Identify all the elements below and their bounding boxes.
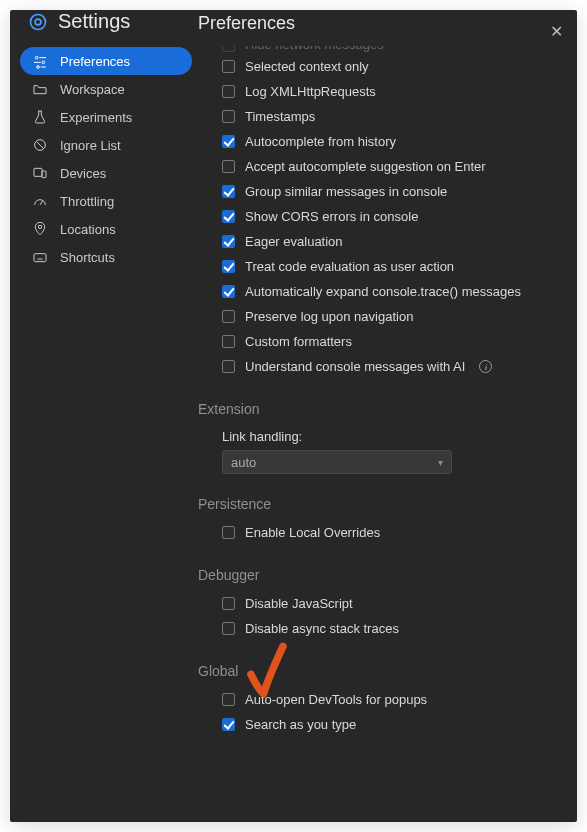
option-row[interactable]: Disable JavaScript bbox=[198, 591, 563, 616]
svg-point-1 bbox=[35, 19, 41, 25]
svg-point-4 bbox=[42, 61, 45, 64]
sidebar-item-experiments[interactable]: Experiments bbox=[20, 103, 192, 131]
option-label: Autocomplete from history bbox=[245, 134, 396, 149]
option-row[interactable]: Timestamps bbox=[198, 104, 563, 129]
option-row[interactable]: Auto-open DevTools for popups bbox=[198, 687, 563, 712]
sidebar-item-label: Ignore List bbox=[60, 138, 121, 153]
option-row[interactable]: Eager evaluation bbox=[198, 229, 563, 254]
checkbox[interactable] bbox=[222, 335, 235, 348]
svg-line-12 bbox=[40, 201, 43, 205]
option-row[interactable]: Search as you type bbox=[198, 712, 563, 737]
checkbox[interactable] bbox=[222, 235, 235, 248]
sidebar-item-locations[interactable]: Locations bbox=[20, 215, 192, 243]
preferences-scroll-area[interactable]: Hide network messages Selected context o… bbox=[198, 46, 577, 822]
option-row[interactable]: Group similar messages in console bbox=[198, 179, 563, 204]
svg-point-13 bbox=[38, 225, 41, 228]
svg-rect-14 bbox=[34, 254, 46, 262]
settings-title: Settings bbox=[58, 10, 130, 33]
checkbox[interactable] bbox=[222, 46, 235, 52]
devices-icon bbox=[32, 165, 48, 181]
chevron-down-icon: ▾ bbox=[438, 457, 443, 468]
option-row[interactable]: Enable Local Overrides bbox=[198, 520, 563, 545]
option-label: Disable async stack traces bbox=[245, 621, 399, 636]
option-label: Search as you type bbox=[245, 717, 356, 732]
svg-point-2 bbox=[35, 56, 38, 59]
option-label: Understand console messages with AI bbox=[245, 359, 465, 374]
checkbox[interactable] bbox=[222, 597, 235, 610]
checkbox[interactable] bbox=[222, 160, 235, 173]
field-label-link-handling: Link handling: bbox=[198, 425, 563, 450]
option-label: Log XMLHttpRequests bbox=[245, 84, 376, 99]
sidebar-item-throttling[interactable]: Throttling bbox=[20, 187, 192, 215]
section-title-persistence: Persistence bbox=[198, 496, 563, 512]
option-label: Automatically expand console.trace() mes… bbox=[245, 284, 521, 299]
checkbox[interactable] bbox=[222, 526, 235, 539]
checkbox[interactable] bbox=[222, 110, 235, 123]
option-row[interactable]: Preserve log upon navigation bbox=[198, 304, 563, 329]
option-row[interactable]: Autocomplete from history bbox=[198, 129, 563, 154]
sidebar-item-label: Experiments bbox=[60, 110, 132, 125]
section-title-debugger: Debugger bbox=[198, 567, 563, 583]
option-label: Preserve log upon navigation bbox=[245, 309, 413, 324]
option-row[interactable]: Custom formatters bbox=[198, 329, 563, 354]
sidebar-item-label: Locations bbox=[60, 222, 116, 237]
sidebar-item-workspace[interactable]: Workspace bbox=[20, 75, 192, 103]
info-icon[interactable]: i bbox=[479, 360, 492, 373]
close-icon[interactable]: ✕ bbox=[550, 24, 563, 40]
option-row[interactable]: Treat code evaluation as user action bbox=[198, 254, 563, 279]
svg-point-0 bbox=[31, 14, 46, 29]
settings-gear-icon bbox=[28, 12, 48, 32]
locations-icon bbox=[32, 221, 48, 237]
sidebar-item-devices[interactable]: Devices bbox=[20, 159, 192, 187]
option-label: Accept autocomplete suggestion on Enter bbox=[245, 159, 486, 174]
option-label: Eager evaluation bbox=[245, 234, 343, 249]
checkbox[interactable] bbox=[222, 185, 235, 198]
section-title-global: Global bbox=[198, 663, 563, 679]
option-label: Selected context only bbox=[245, 59, 369, 74]
option-row[interactable]: Show CORS errors in console bbox=[198, 204, 563, 229]
option-label: Treat code evaluation as user action bbox=[245, 259, 454, 274]
checkbox[interactable] bbox=[222, 60, 235, 73]
checkbox[interactable] bbox=[222, 360, 235, 373]
option-row[interactable]: Disable async stack traces bbox=[198, 616, 563, 641]
checkbox[interactable] bbox=[222, 285, 235, 298]
page-subtitle: Preferences bbox=[198, 10, 577, 34]
option-row[interactable]: Understand console messages with AIi bbox=[198, 354, 563, 379]
option-label: Show CORS errors in console bbox=[245, 209, 418, 224]
throttling-icon bbox=[32, 193, 48, 209]
svg-point-6 bbox=[37, 66, 40, 69]
workspace-icon bbox=[32, 81, 48, 97]
option-row[interactable]: Accept autocomplete suggestion on Enter bbox=[198, 154, 563, 179]
link-handling-select[interactable]: auto ▾ bbox=[222, 450, 452, 474]
checkbox[interactable] bbox=[222, 210, 235, 223]
option-row[interactable]: Automatically expand console.trace() mes… bbox=[198, 279, 563, 304]
sidebar-item-label: Throttling bbox=[60, 194, 114, 209]
sidebar-item-ignore-list[interactable]: Ignore List bbox=[20, 131, 192, 159]
option-row[interactable]: Log XMLHttpRequests bbox=[198, 79, 563, 104]
checkbox[interactable] bbox=[222, 693, 235, 706]
checkbox[interactable] bbox=[222, 260, 235, 273]
svg-rect-10 bbox=[34, 168, 42, 176]
option-label: Hide network messages bbox=[245, 46, 384, 52]
section-title-extension: Extension bbox=[198, 401, 563, 417]
option-label: Enable Local Overrides bbox=[245, 525, 380, 540]
option-label: Auto-open DevTools for popups bbox=[245, 692, 427, 707]
checkbox[interactable] bbox=[222, 135, 235, 148]
option-label: Timestamps bbox=[245, 109, 315, 124]
sidebar-item-shortcuts[interactable]: Shortcuts bbox=[20, 243, 192, 271]
experiments-icon bbox=[32, 109, 48, 125]
checkbox[interactable] bbox=[222, 310, 235, 323]
sidebar-nav: PreferencesWorkspaceExperimentsIgnore Li… bbox=[14, 47, 198, 271]
sidebar-item-label: Preferences bbox=[60, 54, 130, 69]
checkbox[interactable] bbox=[222, 622, 235, 635]
checkbox[interactable] bbox=[222, 85, 235, 98]
select-value: auto bbox=[231, 455, 256, 470]
sidebar-item-label: Devices bbox=[60, 166, 106, 181]
option-row[interactable]: Selected context only bbox=[198, 54, 563, 79]
preferences-icon bbox=[32, 53, 48, 69]
sidebar-item-preferences[interactable]: Preferences bbox=[20, 47, 192, 75]
option-label: Custom formatters bbox=[245, 334, 352, 349]
option-row[interactable]: Hide network messages bbox=[198, 46, 563, 54]
checkbox[interactable] bbox=[222, 718, 235, 731]
svg-line-9 bbox=[37, 142, 44, 149]
